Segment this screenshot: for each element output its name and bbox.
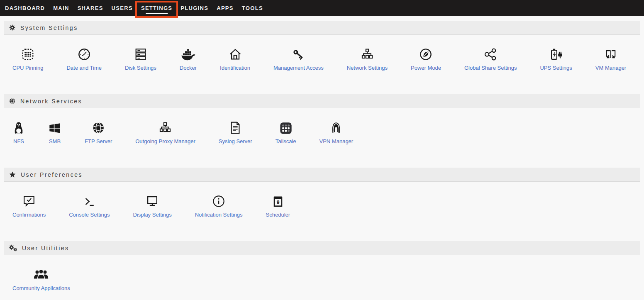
tile-label[interactable]: Outgoing Proxy Manager: [135, 138, 195, 144]
tile-power-mode[interactable]: Power Mode: [399, 46, 453, 71]
tile-docker[interactable]: Docker: [168, 46, 208, 71]
section-title: User Utilities: [22, 245, 69, 251]
tile-management-access[interactable]: Management Access: [262, 46, 335, 71]
tile-label[interactable]: Display Settings: [133, 212, 171, 218]
calendar-icon[interactable]: 9: [272, 193, 284, 208]
star-icon: [9, 171, 16, 178]
home-icon[interactable]: [228, 46, 242, 61]
nav-item-dashboard[interactable]: DASHBOARD: [1, 0, 49, 16]
tile-label[interactable]: Console Settings: [69, 212, 110, 218]
tile-label[interactable]: Management Access: [273, 65, 324, 71]
tile-vpn-manager[interactable]: VPN Manager: [308, 119, 365, 144]
tile-community-applications[interactable]: Community Applications: [1, 266, 82, 291]
tile-label[interactable]: UPS Settings: [540, 65, 572, 71]
tile-label[interactable]: NFS: [13, 138, 24, 144]
key-icon[interactable]: [291, 46, 305, 61]
tile-scheduler[interactable]: 9Scheduler: [254, 193, 302, 218]
clock-icon[interactable]: [77, 46, 91, 61]
tile-disk-settings[interactable]: Disk Settings: [113, 46, 168, 71]
globe-solid-icon[interactable]: [91, 119, 105, 135]
tile-label[interactable]: Syslog Server: [219, 138, 252, 144]
tile-label[interactable]: Network Settings: [347, 65, 388, 71]
windows-icon[interactable]: [48, 119, 61, 135]
tile-label[interactable]: Identification: [220, 65, 250, 71]
nav-item-plugins[interactable]: PLUGINS: [176, 0, 212, 16]
tile-display-settings[interactable]: Display Settings: [121, 193, 183, 218]
sitemap-icon[interactable]: [360, 46, 374, 61]
tile-label[interactable]: CPU Pinning: [12, 65, 43, 71]
svg-text:9: 9: [277, 200, 280, 205]
section-title: System Settings: [20, 24, 78, 31]
tile-vm-manager[interactable]: VM Manager: [584, 46, 638, 71]
tile-date-and-time[interactable]: Date and Time: [55, 46, 113, 71]
tile-label[interactable]: Community Applications: [12, 285, 70, 291]
section-header: User Utilities: [4, 241, 640, 255]
section-header: Network Services: [4, 94, 640, 108]
tile-cpu-pinning[interactable]: CPU Pinning: [1, 46, 55, 71]
tile-notification-settings[interactable]: Notification Settings: [183, 193, 254, 218]
dual-monitor-icon[interactable]: [604, 46, 618, 61]
gear-icon: [9, 24, 15, 31]
globe-icon: [9, 98, 15, 104]
tile-ups-settings[interactable]: UPS Settings: [528, 46, 583, 71]
linux-tux-icon[interactable]: [12, 119, 25, 135]
nav-item-tools[interactable]: TOOLS: [238, 0, 267, 16]
tile-smb[interactable]: SMB: [37, 119, 73, 144]
nav-item-label: SHARES: [78, 5, 103, 11]
nav-item-users[interactable]: USERS: [107, 0, 137, 16]
users-icon[interactable]: [33, 266, 49, 282]
battery-plug-icon[interactable]: [549, 46, 564, 61]
tile-label[interactable]: FTP Server: [85, 138, 112, 144]
nav-item-label: SETTINGS: [141, 5, 172, 11]
tile-label[interactable]: VM Manager: [595, 65, 626, 71]
tile-nfs[interactable]: NFS: [1, 119, 37, 144]
cpu-pinning-icon[interactable]: [21, 46, 35, 61]
tile-label[interactable]: Notification Settings: [195, 212, 243, 218]
nav-item-label: TOOLS: [242, 5, 263, 11]
sitemap-icon[interactable]: [158, 119, 172, 135]
tile-label[interactable]: Docker: [180, 65, 197, 71]
share-nodes-icon[interactable]: [483, 46, 498, 61]
tile-label[interactable]: Power Mode: [411, 65, 441, 71]
tile-outgoing-proxy-manager[interactable]: Outgoing Proxy Manager: [124, 119, 207, 144]
tile-identification[interactable]: Identification: [208, 46, 262, 71]
settings-sections: System SettingsCPU PinningDate and TimeD…: [0, 16, 644, 300]
docker-whale-icon[interactable]: [180, 46, 196, 61]
tile-confirmations[interactable]: Confirmations: [1, 193, 57, 218]
section-title: Network Services: [20, 98, 82, 105]
tile-label[interactable]: Tailscale: [276, 138, 296, 144]
tile-network-settings[interactable]: Network Settings: [335, 46, 399, 71]
section-header: System Settings: [4, 21, 640, 35]
nav-item-shares[interactable]: SHARES: [73, 0, 107, 16]
leaf-circle-icon[interactable]: [419, 46, 433, 61]
nav-item-label: APPS: [217, 5, 234, 11]
monitor-icon[interactable]: [145, 193, 159, 208]
terminal-icon[interactable]: [82, 193, 96, 208]
tile-label[interactable]: VPN Manager: [320, 138, 354, 144]
tile-label[interactable]: Disk Settings: [125, 65, 156, 71]
vpn-hood-icon[interactable]: [330, 119, 342, 135]
section-system-settings: System SettingsCPU PinningDate and TimeD…: [0, 21, 644, 94]
nav-item-settings[interactable]: SETTINGS: [137, 0, 176, 16]
nav-item-main[interactable]: MAIN: [49, 0, 73, 16]
tailscale-icon[interactable]: [279, 119, 293, 135]
tile-label[interactable]: Scheduler: [266, 212, 290, 218]
section-user-utilities: User UtilitiesCommunity Applications: [0, 241, 644, 300]
server-stack-icon[interactable]: [134, 46, 148, 61]
nav-item-apps[interactable]: APPS: [212, 0, 238, 16]
tile-label[interactable]: Confirmations: [12, 212, 46, 218]
section-network-services: Network ServicesNFSSMBFTP ServerOutgoing…: [0, 94, 644, 168]
info-circle-icon[interactable]: [212, 193, 226, 208]
tile-syslog-server[interactable]: Syslog Server: [207, 119, 264, 144]
tile-label[interactable]: Global Share Settings: [464, 65, 517, 71]
tile-label[interactable]: Date and Time: [66, 65, 102, 71]
comment-check-icon[interactable]: [22, 193, 36, 208]
section-items: ConfirmationsConsole SettingsDisplay Set…: [0, 182, 644, 241]
log-file-icon[interactable]: [229, 119, 242, 135]
tile-label[interactable]: SMB: [49, 138, 61, 144]
nav-item-label: DASHBOARD: [5, 5, 45, 11]
tile-global-share-settings[interactable]: Global Share Settings: [453, 46, 528, 71]
tile-tailscale[interactable]: Tailscale: [264, 119, 308, 144]
tile-ftp-server[interactable]: FTP Server: [73, 119, 124, 144]
tile-console-settings[interactable]: Console Settings: [57, 193, 121, 218]
